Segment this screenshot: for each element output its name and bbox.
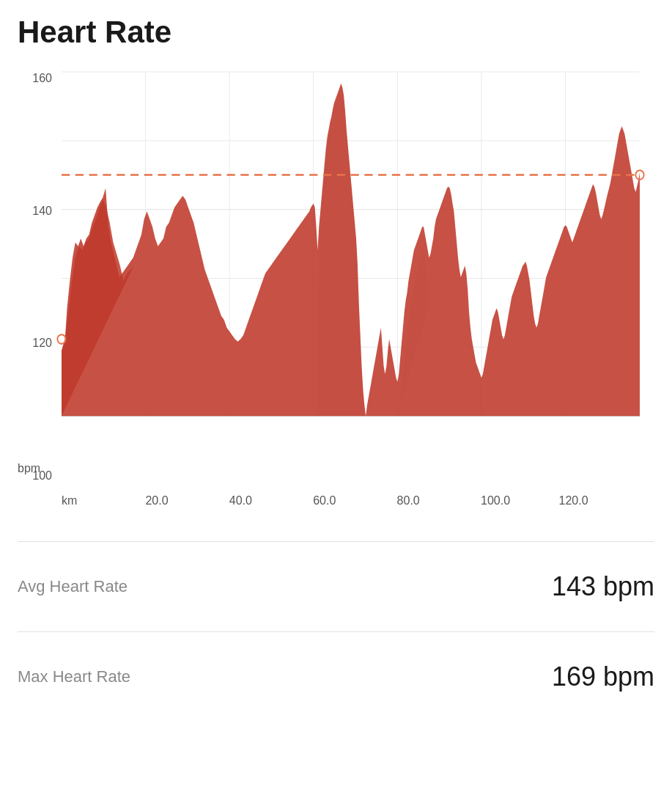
max-heart-rate-label: Max Heart Rate	[18, 667, 130, 686]
max-heart-rate-value: 169 bpm	[552, 661, 654, 692]
y-label-140: 140	[32, 205, 52, 218]
x-axis: km 20.0 40.0 60.0 80.0 100.0 120.0	[62, 490, 640, 519]
x-label-60: 60.0	[313, 494, 336, 507]
y-label-160: 160	[32, 72, 52, 85]
divider-1	[18, 541, 654, 542]
x-label-120: 120.0	[559, 494, 588, 507]
avg-heart-rate-row: Avg Heart Rate 143 bpm	[18, 549, 654, 624]
svg-point-16	[57, 334, 65, 344]
max-heart-rate-row: Max Heart Rate 169 bpm	[18, 639, 654, 714]
x-label-40: 40.0	[229, 494, 252, 507]
x-label-20: 20.0	[145, 494, 168, 507]
avg-heart-rate-label: Avg Heart Rate	[18, 577, 128, 596]
heart-rate-chart: 160 140 120 100 bpm	[18, 65, 654, 519]
avg-heart-rate-value: 143 bpm	[552, 571, 654, 602]
x-label-80: 80.0	[397, 494, 420, 507]
y-label-120: 120	[32, 337, 52, 350]
chart-plot-area	[62, 72, 640, 483]
y-unit-label: bpm	[18, 462, 40, 475]
divider-2	[18, 631, 654, 632]
page-title: Heart Rate	[18, 15, 654, 50]
chart-svg	[62, 72, 640, 483]
x-label-km: km	[62, 494, 77, 507]
y-axis: 160 140 120 100	[18, 72, 58, 483]
x-label-100: 100.0	[481, 494, 510, 507]
stats-section: Avg Heart Rate 143 bpm Max Heart Rate 16…	[18, 541, 654, 714]
